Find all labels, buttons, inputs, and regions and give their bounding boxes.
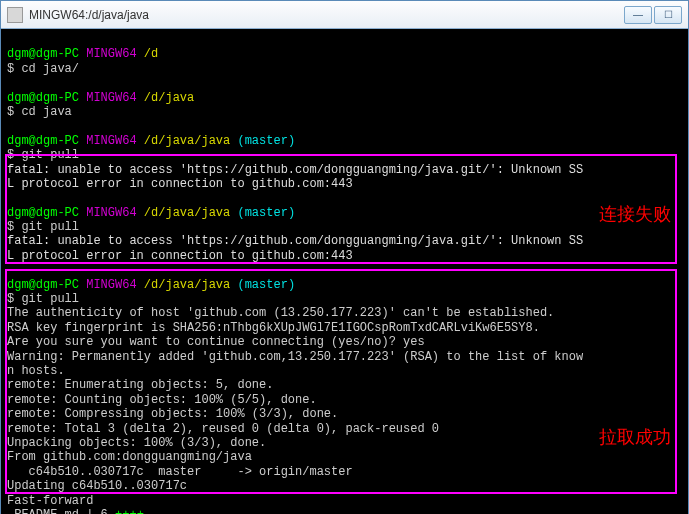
prompt-branch: (master) <box>237 206 295 220</box>
diff-minus: -- <box>144 508 158 514</box>
prompt-dollar: $ <box>7 62 14 76</box>
output-line: n hosts. <box>7 364 65 378</box>
prompt-dollar: $ <box>7 292 14 306</box>
output-line: From github.com:dongguangming/java <box>7 450 252 464</box>
maximize-button[interactable]: ☐ <box>654 6 682 24</box>
prompt-branch: (master) <box>237 278 295 292</box>
prompt-user: dgm@dgm-PC <box>7 134 79 148</box>
titlebar[interactable]: MINGW64:/d/java/java — ☐ <box>1 1 688 29</box>
terminal-output[interactable]: dgm@dgm-PC MINGW64 /d $ cd java/ dgm@dgm… <box>1 29 688 514</box>
prompt-path: /d/java/java <box>144 278 230 292</box>
minimize-button[interactable]: — <box>624 6 652 24</box>
prompt-user: dgm@dgm-PC <box>7 206 79 220</box>
prompt-dollar: $ <box>7 220 14 234</box>
output-line: README.md | 6 <box>7 508 115 514</box>
error-line: L protocol error in connection to github… <box>7 177 353 191</box>
output-line: Are you sure you want to continue connec… <box>7 335 425 349</box>
prompt-shell: MINGW64 <box>86 91 136 105</box>
output-line: RSA key fingerprint is SHA256:nThbg6kXUp… <box>7 321 540 335</box>
window-title: MINGW64:/d/java/java <box>29 8 149 22</box>
output-line: remote: Compressing objects: 100% (3/3),… <box>7 407 338 421</box>
prompt-path: /d/java <box>144 91 194 105</box>
output-line: remote: Counting objects: 100% (5/5), do… <box>7 393 317 407</box>
prompt-user: dgm@dgm-PC <box>7 91 79 105</box>
annotation-fail: 连接失败 <box>599 204 671 226</box>
output-line: Warning: Permanently added 'github.com,1… <box>7 350 583 364</box>
prompt-path: /d/java/java <box>144 134 230 148</box>
output-line: The authenticity of host 'github.com (13… <box>7 306 554 320</box>
prompt-shell: MINGW64 <box>86 206 136 220</box>
cmd-git-pull: git pull <box>21 292 79 306</box>
cmd-git-pull: git pull <box>21 220 79 234</box>
error-line: L protocol error in connection to github… <box>7 249 353 263</box>
error-line: fatal: unable to access 'https://github.… <box>7 234 583 248</box>
output-line: Unpacking objects: 100% (3/3), done. <box>7 436 266 450</box>
error-line: fatal: unable to access 'https://github.… <box>7 163 583 177</box>
prompt-dollar: $ <box>7 105 14 119</box>
cmd-cd-java: cd java <box>21 105 71 119</box>
prompt-shell: MINGW64 <box>86 278 136 292</box>
annotation-success: 拉取成功 <box>599 427 671 449</box>
prompt-path: /d <box>144 47 158 61</box>
prompt-path: /d/java/java <box>144 206 230 220</box>
app-icon <box>7 7 23 23</box>
output-line: remote: Enumerating objects: 5, done. <box>7 378 273 392</box>
diff-plus: ++++ <box>115 508 144 514</box>
output-line: Updating c64b510..030717c <box>7 479 187 493</box>
prompt-shell: MINGW64 <box>86 47 136 61</box>
cmd-cd-java-slash: cd java/ <box>21 62 79 76</box>
prompt-branch: (master) <box>237 134 295 148</box>
prompt-shell: MINGW64 <box>86 134 136 148</box>
prompt-user: dgm@dgm-PC <box>7 47 79 61</box>
prompt-user: dgm@dgm-PC <box>7 278 79 292</box>
window-frame: MINGW64:/d/java/java — ☐ dgm@dgm-PC MING… <box>0 0 689 514</box>
output-line: c64b510..030717c master -> origin/master <box>7 465 353 479</box>
output-line: remote: Total 3 (delta 2), reused 0 (del… <box>7 422 439 436</box>
output-line: Fast-forward <box>7 494 93 508</box>
prompt-dollar: $ <box>7 148 14 162</box>
cmd-git-pull: git pull <box>21 148 79 162</box>
